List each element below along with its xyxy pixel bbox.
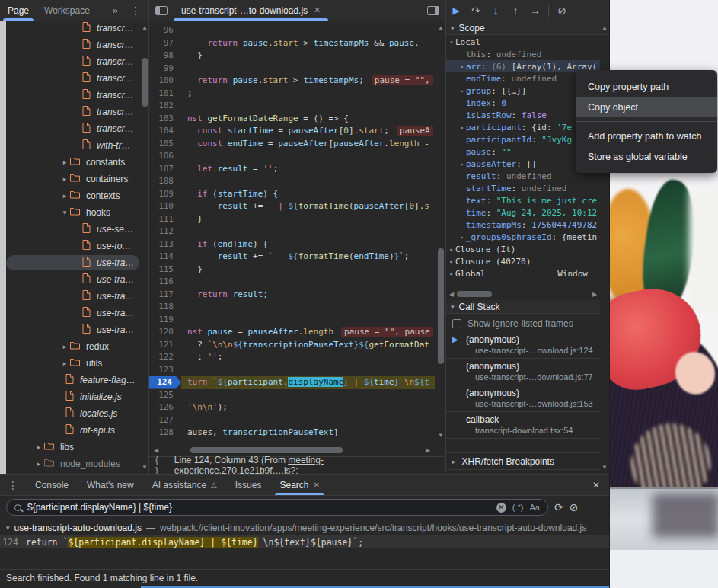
- tree-item-feature-flag[interactable]: feature-flag…: [0, 372, 141, 388]
- step-button[interactable]: →: [525, 2, 545, 19]
- line-number[interactable]: 107: [149, 163, 181, 176]
- code-line-104[interactable]: 104 const startTime = pauseAfter[0].star…: [149, 125, 435, 138]
- scroll-thumb[interactable]: [142, 58, 148, 107]
- tree-item-use-tra[interactable]: use-tra…: [0, 254, 141, 271]
- drawer-tab-console[interactable]: Console: [26, 475, 78, 495]
- code-line-124[interactable]: 124turn `${participant.displayName} | ${…: [149, 376, 435, 389]
- line-number[interactable]: 116: [149, 276, 181, 289]
- editor-horizontal-scrollbar[interactable]: ◀ ▶: [149, 445, 435, 455]
- checkbox[interactable]: [452, 319, 461, 328]
- line-number[interactable]: 111: [149, 213, 181, 226]
- file-tab-close-icon[interactable]: ✕: [314, 5, 321, 15]
- line-number[interactable]: 127: [149, 414, 181, 427]
- code-line-97[interactable]: 97 return pause.start > timestampMs && p…: [149, 37, 435, 50]
- chevron-right-icon[interactable]: ▸: [59, 158, 70, 166]
- drawer-tab-search[interactable]: Search✕: [270, 475, 328, 495]
- code-line-101[interactable]: 101;: [149, 88, 435, 101]
- code-line-106[interactable]: 106: [149, 150, 435, 163]
- code-line-103[interactable]: 103nst getFormatDateRange = () => {: [149, 113, 435, 126]
- scroll-left-icon[interactable]: ◀: [448, 291, 455, 298]
- tree-item-transcr[interactable]: transcr…: [0, 37, 141, 53]
- scroll-down-icon[interactable]: ▼: [141, 464, 148, 471]
- line-number[interactable]: 108: [149, 175, 181, 188]
- code-line-123[interactable]: 123: [149, 364, 435, 377]
- line-number[interactable]: 98: [149, 50, 181, 62]
- code-line-114[interactable]: 114 result += ` - ${formatTime(endTime)}…: [149, 251, 435, 264]
- code-line-113[interactable]: 113 if (endTime) {: [149, 238, 435, 251]
- drawer-tab-aiassistance[interactable]: AI assistance△: [143, 475, 226, 495]
- scroll-down-icon[interactable]: ▼: [601, 464, 608, 471]
- tab-close-icon[interactable]: ✕: [313, 481, 319, 489]
- line-number[interactable]: 114: [149, 251, 181, 264]
- scroll-thumb[interactable]: [438, 248, 444, 364]
- chevron-right-icon[interactable]: ▸: [59, 343, 70, 350]
- code-line-98[interactable]: 98 }: [149, 50, 435, 62]
- execution-line-badge[interactable]: 124: [149, 376, 181, 389]
- line-number[interactable]: 125: [149, 389, 181, 402]
- search-match-row[interactable]: 124 return `${participant.displayName} |…: [0, 535, 609, 548]
- line-number[interactable]: 106: [149, 150, 181, 163]
- line-number[interactable]: 110: [149, 200, 181, 213]
- code-area[interactable]: 9697 return pause.start > timestampMs &&…: [149, 24, 435, 439]
- line-number[interactable]: 117: [149, 289, 181, 302]
- code-line-116[interactable]: 116: [149, 276, 435, 289]
- tree-item-use-se[interactable]: use-se…: [0, 221, 141, 238]
- code-line-121[interactable]: 121 ? `\n\n${transcriptionPauseText}${ge…: [149, 339, 435, 352]
- callstack-frame-2[interactable]: (anonymous)use-transcript-…ownload.js:15…: [446, 385, 600, 412]
- scope-row-this[interactable]: this: undefined: [446, 48, 600, 60]
- line-number[interactable]: 102: [149, 100, 181, 113]
- scope-row-Closure[interactable]: ▸Closure (It): [446, 243, 600, 255]
- scope-horizontal-scrollbar[interactable]: ◀ ▶: [448, 289, 598, 299]
- tree-item-localesjs[interactable]: locales.js: [0, 405, 141, 422]
- tree-item-hooks[interactable]: ▾hooks: [0, 204, 141, 221]
- search-field[interactable]: ✕ (.*) Aa: [6, 499, 548, 516]
- search-input[interactable]: [27, 502, 490, 513]
- deactivate-breakpoints-button[interactable]: ⊘: [552, 2, 572, 19]
- code-line-100[interactable]: 100 return pause.start > timestampMs;pau…: [149, 75, 435, 88]
- scope-row-time[interactable]: time: "Aug 24, 2025, 10:12: [446, 206, 600, 219]
- chevron-right-icon[interactable]: ▸: [34, 443, 44, 451]
- chevron-right-icon[interactable]: ▸: [458, 88, 466, 94]
- scroll-right-icon[interactable]: ▶: [591, 291, 598, 298]
- line-number[interactable]: 109: [149, 188, 181, 201]
- chevron-right-icon[interactable]: ▸: [59, 175, 70, 183]
- code-line-127[interactable]: 127: [149, 414, 435, 427]
- chevron-right-icon[interactable]: ▸: [59, 192, 70, 200]
- tree-item-use-tra[interactable]: use-tra…: [0, 321, 141, 338]
- line-number[interactable]: 119: [149, 314, 181, 327]
- tree-item-containers[interactable]: ▸containers: [0, 171, 141, 187]
- editor-vertical-scrollbar[interactable]: ▲ ▼: [436, 23, 445, 440]
- line-number[interactable]: 103: [149, 113, 181, 126]
- chevron-right-icon[interactable]: ▸: [59, 360, 70, 367]
- tab-page[interactable]: Page: [0, 0, 37, 21]
- callstack-section-header[interactable]: ▾ Call Stack: [446, 300, 600, 314]
- toggle-debugger-sidebar-icon[interactable]: [427, 6, 439, 15]
- scope-row-startTime[interactable]: startTime: undefined: [446, 182, 600, 194]
- scroll-up-icon[interactable]: ▲: [437, 24, 445, 31]
- tree-item-with-tr[interactable]: with-tr…: [0, 137, 141, 154]
- scope-row-text[interactable]: text: "This is me just cre: [446, 194, 600, 206]
- scroll-thumb[interactable]: [190, 447, 343, 453]
- callstack-frame-0[interactable]: ▶(anonymous)use-transcript-…ownload.js:1…: [446, 332, 600, 359]
- tree-item-transcr[interactable]: transcr…: [0, 87, 141, 104]
- line-number[interactable]: 99: [149, 62, 181, 75]
- tree-item-use-tra[interactable]: use-tra…: [0, 288, 141, 305]
- tree-item-nodemodules[interactable]: ▸node_modules: [0, 455, 141, 472]
- scroll-up-icon[interactable]: ▲: [601, 24, 608, 31]
- drawer-menu-icon[interactable]: ⋮: [0, 479, 26, 491]
- drawer-tab-whatsnew[interactable]: What's new: [78, 475, 143, 495]
- tree-item-redux[interactable]: ▸redux: [0, 338, 141, 355]
- menu-item-3[interactable]: Add property path to watch: [576, 126, 717, 146]
- chevron-right-icon[interactable]: ▸: [34, 460, 44, 468]
- line-number[interactable]: 104: [149, 125, 181, 138]
- line-number[interactable]: 100: [149, 75, 181, 88]
- callstack-frame-3[interactable]: callbacktranscript-download.tsx:54: [446, 412, 600, 439]
- clear-input-icon[interactable]: ✕: [496, 503, 506, 513]
- code-line-96[interactable]: 96: [149, 24, 435, 37]
- file-tree-scrollbar[interactable]: ▲ ▼: [141, 21, 148, 474]
- tree-item-constants[interactable]: ▸constants: [0, 154, 141, 171]
- chevron-right-icon[interactable]: ▸: [458, 234, 466, 241]
- code-line-112[interactable]: 112: [149, 225, 435, 238]
- scope-row-_group$0$phraseId[interactable]: ▸_group$0$phraseId: {meetin: [446, 231, 600, 243]
- code-line-117[interactable]: 117 return result;: [149, 289, 435, 302]
